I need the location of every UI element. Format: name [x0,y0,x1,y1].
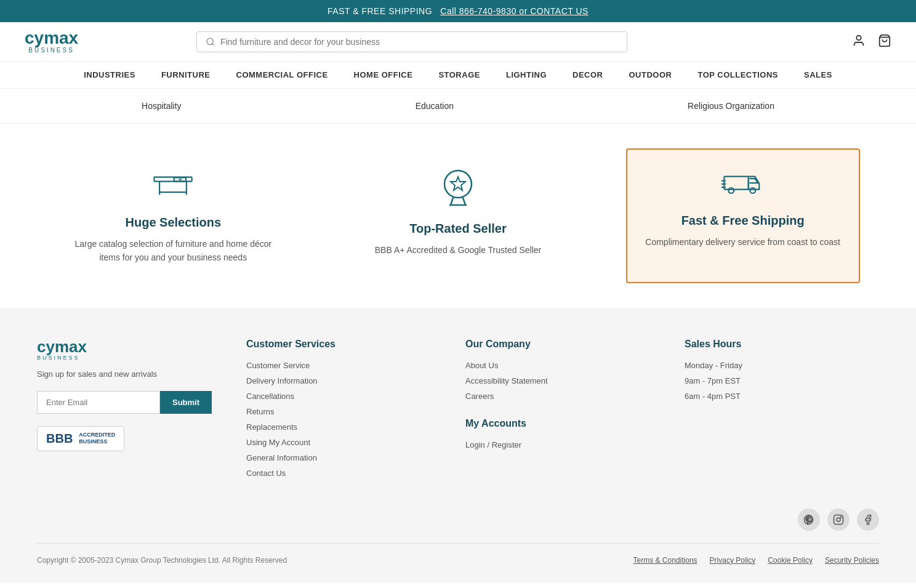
industries-row: Hospitality Education Religious Organiza… [0,89,916,124]
nav-furniture[interactable]: FURNITURE [158,62,214,88]
footer-our-company-title: Our Company [465,339,660,350]
submit-button[interactable]: Submit [160,391,212,414]
svg-point-2 [856,35,861,39]
footer-customer-services: Customer Services Customer Service Deliv… [246,339,441,484]
footer-link-about[interactable]: About Us [465,361,660,370]
search-input[interactable] [220,37,619,47]
feature-top-rated-desc: BBB A+ Accredited & Google Trusted Selle… [375,243,541,257]
svg-line-12 [451,198,453,205]
nav-commercial-office[interactable]: COMMERCIAL OFFICE [233,62,332,88]
banner-link[interactable]: Call 866-740-9830 or CONTACT US [440,6,589,16]
svg-point-17 [750,188,755,193]
svg-point-10 [444,171,472,198]
bbb-accredited-text: ACCREDITEDBUSINESS [79,432,115,446]
main-nav: INDUSTRIES FURNITURE COMMERCIAL OFFICE H… [0,62,916,89]
nav-decor[interactable]: DECOR [569,62,606,88]
footer-link-customer-service[interactable]: Customer Service [246,361,441,370]
footer-legal-links: Terms & Conditions Privacy Policy Cookie… [633,556,879,565]
nav-lighting[interactable]: LIGHTING [502,62,550,88]
footer-link-replacements[interactable]: Replacements [246,422,441,432]
footer-hours-pst: 6am - 4pm PST [685,392,879,401]
search-bar[interactable] [196,31,627,52]
footer-company-col: Our Company About Us Accessibility State… [465,339,660,484]
svg-rect-21 [834,515,843,524]
email-form: Submit [37,391,222,414]
footer-sales-hours-title: Sales Hours [685,339,879,350]
feature-fast-shipping-desc: Complimentary delivery service from coas… [645,235,840,249]
footer-sales-hours: Sales Hours Monday - Friday 9am - 7pm ES… [685,339,879,484]
features-section: Huge Selections Large catalog selection … [0,124,916,308]
desk-icon [151,167,195,203]
search-icon [206,37,215,47]
banner-text: FAST & FREE SHIPPING [327,6,432,16]
footer-bottom: Copyright © 2005-2023 Cymax Group Techno… [37,543,879,565]
feature-huge-selections: Huge Selections Large catalog selection … [56,148,290,283]
footer-customer-services-title: Customer Services [246,339,441,350]
nav-sales[interactable]: SALES [800,62,836,88]
footer-top: cymax BUSINESS Sign up for sales and new… [37,339,879,509]
truck-icon [721,168,765,201]
footer-link-delivery[interactable]: Delivery Information [246,376,441,385]
svg-line-13 [463,198,465,205]
logo-sub: BUSINESS [28,47,74,54]
industry-hospitality[interactable]: Hospitality [142,101,182,111]
footer-link-cancellations[interactable]: Cancellations [246,392,441,401]
footer-link-contact[interactable]: Contact Us [246,469,441,478]
bbb-badge: BBB ACCREDITEDBUSINESS [37,426,124,451]
nav-home-office[interactable]: HOME OFFICE [350,62,417,88]
industry-religious[interactable]: Religious Organization [688,101,774,111]
footer-tagline: Sign up for sales and new arrivals [37,369,222,379]
account-icon[interactable] [852,34,866,50]
badge-icon [440,167,476,209]
feature-top-rated-title: Top-Rated Seller [409,222,506,236]
footer-logo: cymax BUSINESS [37,339,222,361]
footer-hours-est: 9am - 7pm EST [685,376,879,385]
terms-link[interactable]: Terms & Conditions [633,556,697,565]
footer-logo-col: cymax BUSINESS Sign up for sales and new… [37,339,222,484]
pinterest-icon[interactable] [798,509,820,531]
header: cymax BUSINESS [0,22,916,62]
svg-line-1 [212,43,214,45]
footer-my-accounts-title: My Accounts [465,418,660,429]
nav-outdoor[interactable]: OUTDOOR [625,62,676,88]
facebook-icon[interactable] [857,509,879,531]
cookie-link[interactable]: Cookie Policy [768,556,813,565]
cart-icon[interactable] [878,34,891,50]
social-icons [37,509,879,531]
footer-link-my-account[interactable]: Using My Account [246,438,441,447]
nav-top-collections[interactable]: TOP COLLECTIONS [694,62,782,88]
industry-education[interactable]: Education [416,101,454,111]
footer-hours-weekdays: Monday - Friday [685,361,879,370]
footer-link-general-info[interactable]: General Information [246,453,441,462]
bbb-logo: BBB [46,432,73,446]
feature-top-rated: Top-Rated Seller BBB A+ Accredited & Goo… [341,148,575,283]
footer-logo-sub: BUSINESS [37,355,222,361]
security-link[interactable]: Security Policies [825,556,879,565]
footer: cymax BUSINESS Sign up for sales and new… [0,308,916,583]
nav-storage[interactable]: STORAGE [435,62,484,88]
svg-point-23 [840,517,842,518]
top-banner: FAST & FREE SHIPPING Call 866-740-9830 o… [0,0,916,22]
instagram-icon[interactable] [827,509,850,531]
feature-huge-selections-title: Huge Selections [126,215,222,230]
svg-point-22 [837,518,840,522]
svg-point-16 [728,188,734,193]
logo-main: cymax [25,30,78,47]
copyright-text: Copyright © 2005-2023 Cymax Group Techno… [37,556,287,565]
feature-fast-shipping-title: Fast & Free Shipping [681,214,805,228]
footer-logo-main: cymax [37,339,222,355]
svg-marker-11 [451,177,465,190]
feature-huge-selections-desc: Large catalog selection of furniture and… [68,237,278,265]
svg-rect-15 [724,177,748,190]
footer-link-careers[interactable]: Careers [465,392,660,401]
privacy-link[interactable]: Privacy Policy [710,556,756,565]
feature-fast-shipping: Fast & Free Shipping Complimentary deliv… [626,148,860,283]
logo[interactable]: cymax BUSINESS [25,30,78,54]
svg-point-0 [207,38,213,44]
nav-industries[interactable]: INDUSTRIES [80,62,139,88]
header-icons [852,34,891,50]
footer-link-returns[interactable]: Returns [246,407,441,416]
footer-link-login[interactable]: Login / Register [465,440,660,449]
email-input[interactable] [37,391,160,414]
footer-link-accessibility[interactable]: Accessibility Statement [465,376,660,385]
